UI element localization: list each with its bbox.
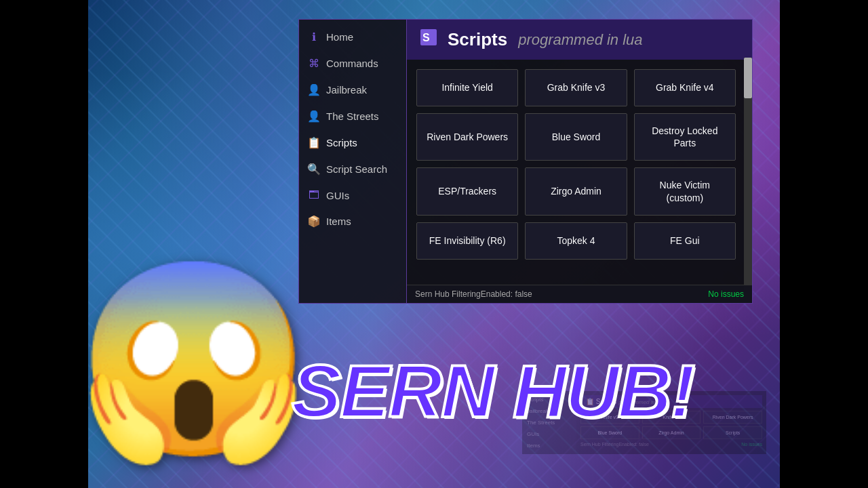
scripts-grid: Infinite Yield Grab Knife v3 Grab Knife … [407, 60, 752, 269]
content-area: S Scripts programmed in lua Infinite Yie… [407, 19, 753, 304]
footer-status: No issues [708, 289, 744, 299]
black-bar-right [780, 0, 868, 488]
header-scripts-icon: S [418, 26, 439, 53]
sidebar-label-guis: GUIs [326, 190, 349, 201]
script-btn-grab-knife-v3[interactable]: Grab Knife v3 [525, 69, 627, 106]
sidebar-item-home[interactable]: ℹ Home [299, 24, 406, 50]
ghost-footer-status: No issues [741, 442, 762, 447]
home-icon: ℹ [307, 30, 321, 43]
scrollbar-thumb[interactable] [744, 58, 752, 98]
header-subtitle: programmed in lua [518, 31, 642, 49]
items-icon: 📦 [307, 215, 321, 228]
sern-hub-title: SERN HUB! [292, 348, 694, 434]
sidebar-item-commands[interactable]: ⌘ Commands [299, 50, 406, 77]
ghost-footer: Sern Hub FilteringEnabled: false No issu… [580, 442, 762, 447]
sidebar-label-items: Items [326, 216, 351, 227]
script-btn-fe-gui[interactable]: FE Gui [634, 222, 736, 260]
ghost-btn-2: Riven Dark Powers [703, 411, 762, 424]
streets-icon: 👤 [307, 110, 321, 123]
script-btn-topkek-4[interactable]: Topkek 4 [525, 222, 627, 260]
sidebar-item-guis[interactable]: 🗔 GUIs [299, 182, 406, 208]
script-btn-destroy-locked-parts[interactable]: Destroy Locked Parts [634, 113, 736, 161]
sidebar-item-scripts[interactable]: 📋 Scripts [299, 129, 406, 156]
ghost-sidebar-items: Items [525, 440, 574, 451]
jailbreak-icon: 👤 [307, 83, 321, 96]
script-btn-esp-trackers[interactable]: ESP/Trackers [416, 167, 518, 215]
sidebar-label-scripts: Scripts [326, 137, 357, 148]
footer-text: Sern Hub FilteringEnabled: false [415, 289, 532, 299]
script-btn-riven-dark-powers[interactable]: Riven Dark Powers [416, 113, 518, 161]
script-btn-zirgo-admin[interactable]: Zirgo Admin [525, 167, 627, 215]
ghost-footer-text: Sern Hub FilteringEnabled: false [580, 442, 649, 447]
sidebar-label-home: Home [326, 31, 353, 43]
content-header: S Scripts programmed in lua [407, 20, 752, 60]
scrollbar[interactable] [744, 58, 752, 290]
script-search-icon: 🔍 [307, 163, 321, 176]
script-btn-blue-sword[interactable]: Blue Sword [525, 113, 627, 161]
script-btn-grab-knife-v4[interactable]: Grab Knife v4 [634, 69, 736, 106]
sidebar-item-items[interactable]: 📦 Items [299, 208, 406, 235]
sidebar: ℹ Home ⌘ Commands 👤 Jailbreak 👤 The Stre… [298, 19, 407, 304]
script-btn-infinite-yield[interactable]: Infinite Yield [416, 69, 518, 106]
sidebar-item-the-streets[interactable]: 👤 The Streets [299, 103, 406, 129]
sidebar-item-jailbreak[interactable]: 👤 Jailbreak [299, 77, 406, 103]
ghost-btn-5: Scripts [703, 426, 762, 439]
header-title: Scripts [448, 29, 507, 50]
script-btn-nuke-victim[interactable]: Nuke Victim (custom) [634, 167, 736, 215]
sidebar-item-script-search[interactable]: 🔍 Script Search [299, 156, 406, 182]
emoji-face: 😱 [88, 244, 298, 474]
commands-icon: ⌘ [307, 57, 321, 70]
script-btn-fe-invisibility[interactable]: FE Invisibility (R6) [416, 222, 518, 260]
scripts-icon: 📋 [307, 136, 321, 149]
sidebar-label-script-search: Script Search [326, 163, 387, 175]
gui-window: ℹ Home ⌘ Commands 👤 Jailbreak 👤 The Stre… [298, 19, 753, 304]
sidebar-label-jailbreak: Jailbreak [326, 84, 367, 96]
content-footer: Sern Hub FilteringEnabled: false No issu… [407, 285, 752, 303]
sidebar-label-commands: Commands [326, 58, 378, 69]
svg-text:S: S [422, 32, 430, 43]
sidebar-label-streets: The Streets [326, 110, 379, 122]
guis-icon: 🗔 [307, 189, 321, 201]
